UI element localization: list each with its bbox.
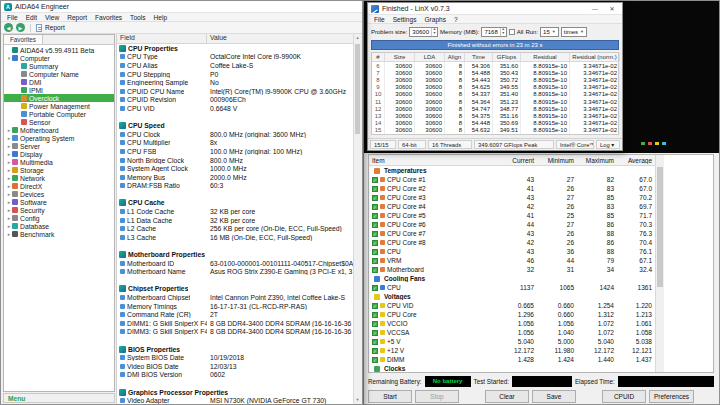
menu-item-file[interactable]: File [370, 16, 389, 23]
scroll-up-icon[interactable]: ▲ [354, 35, 361, 40]
sidebar-item-multimedia[interactable]: ▸Multimedia [4, 158, 114, 166]
sidebar-item-directx[interactable]: ▸DirectX [4, 182, 114, 190]
sensor-row-cpu-core-3[interactable]: ✓CPU Core #343278570.2 [369, 193, 655, 202]
checked-checkbox[interactable]: ✓ [372, 348, 378, 354]
menu-item-[interactable]: ? [450, 16, 462, 23]
result-row[interactable]: 133060030600854.375351.168.80915e-103.34… [372, 112, 618, 119]
sensor-row-cpu-core-2[interactable]: ✓CPU Core #241268367.0 [369, 184, 655, 193]
field-row[interactable]: DRAM:FSB Ratio60:3 [117, 182, 353, 191]
result-row[interactable]: 123060030600854.747348.778.80915e-103.34… [372, 105, 618, 112]
spinner-arrows-icon[interactable]: ▲▼ [500, 28, 506, 36]
sidebar-item-overclock[interactable]: Overclock [4, 94, 114, 102]
scrollbar-thumb[interactable] [657, 167, 663, 287]
menu-item-graphs[interactable]: Graphs [420, 16, 450, 23]
properties-scrollbar[interactable]: ▲ ▼ [353, 34, 361, 403]
sensor-row-vrm[interactable]: ✓VRM46447967.1 [369, 256, 655, 265]
sensor-row-5-v[interactable]: ✓+5 V5.0405.0005.0405.038 [369, 337, 655, 346]
sensor-row-cpu-core[interactable]: ✓CPU Core1.2960.6601.3121.213 [369, 310, 655, 319]
field-row[interactable]: CPU TypeOctalCore Intel Core i9-9900K [117, 53, 353, 62]
result-row[interactable]: 63060030600854.306351.608.80915e-103.346… [372, 62, 618, 69]
checked-checkbox[interactable]: ✓ [372, 321, 378, 327]
field-row[interactable]: CPU AliasCoffee Lake-S [117, 61, 353, 70]
sidebar-item-operating-system[interactable]: ▸Operating System [4, 134, 114, 142]
field-row[interactable]: System Agent Clock1000.0 MHz [117, 164, 353, 173]
sidebar-item-server[interactable]: ▸Server [4, 142, 114, 150]
field-row[interactable]: Engineering SampleNo [117, 78, 353, 87]
save-button[interactable]: Save [532, 390, 576, 403]
sidebar-item-dmi[interactable]: DMI [4, 78, 114, 86]
sidebar-item-ipmi[interactable]: IPMI [4, 86, 114, 94]
field-row[interactable]: Motherboard ID63-0100-000001-00101111-04… [117, 259, 353, 268]
field-row[interactable]: CPUID Revision000906ECh [117, 96, 353, 105]
section-header-row[interactable]: BIOS Properties [117, 345, 353, 354]
sensor-row-cpu-core-6[interactable]: ✓CPU Core #644278670.3 [369, 220, 655, 229]
menu-item-file[interactable]: File [3, 14, 22, 21]
sidebar-item-config[interactable]: ▸Config [4, 214, 114, 222]
field-row[interactable]: Motherboard NameAsus ROG Strix Z390-E Ga… [117, 267, 353, 276]
sensor-row-cpu-core-8[interactable]: ✓CPU Core #842268670.4 [369, 238, 655, 247]
sidebar-item-computer[interactable]: ▾Computer [4, 54, 114, 62]
field-row[interactable]: CPU FSB100.0 MHz (original: 100 MHz) [117, 147, 353, 156]
result-row[interactable]: 83060030600854.443350.728.80915e-103.346… [372, 76, 618, 83]
tab-favorites[interactable]: Favorites [4, 35, 43, 44]
result-row[interactable]: 103060030600854.337351.408.80915e-103.34… [372, 91, 618, 98]
sidebar-item-network[interactable]: ▸Network [4, 174, 114, 182]
aida64-titlebar[interactable]: A AIDA64 Engineer [1, 1, 362, 13]
sidebar-item-aida64-v5-99-4911-beta[interactable]: AIDA64 v5.99.4911 Beta [4, 46, 114, 54]
sidebar-item-storage[interactable]: ▸Storage [4, 166, 114, 174]
sensor-group-cooling-fans[interactable]: Cooling Fans [369, 274, 655, 283]
run-unit-dropdown[interactable]: times ▼ [561, 27, 587, 37]
sidebar-item-motherboard[interactable]: ▸Motherboard [4, 126, 114, 134]
section-header-row[interactable]: Motherboard Properties [117, 250, 353, 259]
sensor-group-temperatures[interactable]: Temperatures [369, 166, 655, 175]
section-header-row[interactable]: CPU Speed [117, 121, 353, 130]
statistics-scrollbar[interactable] [655, 155, 664, 372]
section-header-row[interactable]: CPU Properties [117, 44, 353, 53]
field-row[interactable]: DMI BIOS Version0602 [117, 371, 353, 380]
field-row[interactable]: CPU SteppingP0 [117, 70, 353, 79]
field-row[interactable]: L2 Cache256 KB per core (On-Die, ECC, Fu… [117, 224, 353, 233]
field-row[interactable]: DIMM1: G Skill SniperX F4-3400C16-8GSXW8… [117, 319, 353, 328]
field-row[interactable]: Motherboard ChipsetIntel Cannon Point Z3… [117, 293, 353, 302]
sensor-group-voltages[interactable]: Voltages [369, 292, 655, 301]
forward-button[interactable]: ▶ [16, 23, 25, 32]
sensor-row-cpu-vid[interactable]: ✓CPU VID0.6650.6601.2541.220 [369, 301, 655, 310]
field-row[interactable]: North Bridge Clock800.0 MHz [117, 156, 353, 165]
checked-checkbox[interactable]: ✓ [372, 186, 378, 192]
result-row[interactable]: 143060030600854.448350.698.80915e-103.34… [372, 120, 618, 127]
clear-button[interactable]: Clear [485, 390, 529, 403]
sensor-row-cpu-core-5[interactable]: ✓CPU Core #541258571.7 [369, 211, 655, 220]
sidebar-item-sensor[interactable]: Sensor [4, 118, 114, 126]
sensor-row-cpu[interactable]: ✓CPU1137106514241361 [369, 283, 655, 292]
sidebar-item-portable-computer[interactable]: Portable Computer [4, 110, 114, 118]
checked-checkbox[interactable]: ✓ [372, 195, 378, 201]
checked-checkbox[interactable]: ✓ [372, 222, 378, 228]
sensor-row-vccsa[interactable]: ✓VCCSA1.0561.0401.0721.058 [369, 328, 655, 337]
checked-checkbox[interactable]: ✓ [372, 330, 378, 336]
scroll-down-icon[interactable]: ▼ [354, 397, 361, 402]
checked-checkbox[interactable]: ✓ [372, 267, 378, 273]
section-header-row[interactable]: Chipset Properties [117, 285, 353, 294]
section-header-row[interactable]: CPU Cache [117, 199, 353, 208]
result-row[interactable]: 153060030600854.632349.518.80915e-103.34… [372, 127, 618, 134]
result-row[interactable]: 113060030600854.364351.238.80915e-103.34… [372, 98, 618, 105]
problem-size-spinner[interactable]: 30600 ▲▼ [409, 27, 438, 37]
cpuid-button[interactable]: CPUID [602, 390, 646, 403]
sensor-row-cpu-core-1[interactable]: ✓CPU Core #143278267.0 [369, 175, 655, 184]
minimize-button[interactable]: — [588, 4, 602, 14]
menu-item-report[interactable]: Report [63, 14, 91, 21]
sensor-row-motherboard[interactable]: ✓Motherboard32313432.4 [369, 265, 655, 274]
checked-checkbox[interactable]: ✓ [372, 357, 378, 363]
sidebar-item-database[interactable]: ▸Database [4, 222, 114, 230]
menu-item-help[interactable]: Help [150, 14, 172, 21]
result-row[interactable]: 73060030600854.488350.438.80915e-103.346… [372, 69, 618, 76]
section-header-row[interactable]: Graphics Processor Properties [117, 388, 353, 397]
result-row[interactable]: 93060030600854.625349.558.80915e-103.346… [372, 84, 618, 91]
checked-checkbox[interactable]: ✓ [372, 213, 378, 219]
sensor-row-12-v[interactable]: ✓+12 V12.17211.98012.17212.121 [369, 346, 655, 355]
close-icon[interactable]: ✕ [605, 4, 619, 14]
field-row[interactable]: Command Rate (CR)2T [117, 310, 353, 319]
checked-checkbox[interactable]: ✓ [372, 285, 378, 291]
run-count-dropdown[interactable]: 15 ▼ [540, 27, 559, 37]
tab-menu[interactable]: Menu [3, 393, 115, 403]
